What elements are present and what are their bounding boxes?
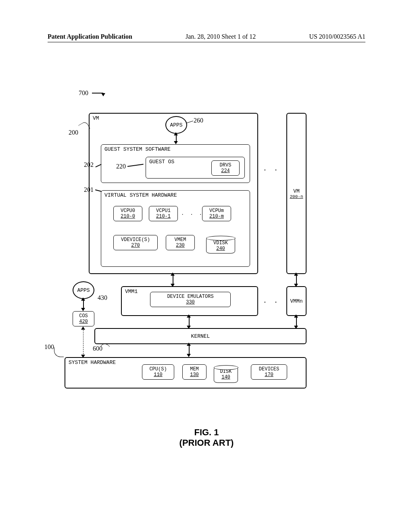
mem-num: 130 [185, 372, 204, 378]
cpus-num: 110 [145, 372, 171, 378]
cos-label: COS [75, 313, 92, 319]
ref-220: 220 [116, 163, 126, 170]
page-header: Patent Application Publication Jan. 28, … [48, 33, 365, 42]
vdevices-box: VDEVICE(S) 270 [113, 235, 158, 250]
arrow-cos-hw-up [81, 326, 85, 330]
vmem-label: VMEM [169, 237, 192, 243]
guest-os-label: GUEST OS [149, 159, 174, 165]
devices-num: 170 [254, 372, 284, 378]
drvs-label: DRVS [214, 162, 237, 168]
arrow-vmm1-kernel-up [187, 314, 191, 318]
mem-box: MEM 130 [182, 364, 206, 380]
diagram: VM 200 APPS 260 GUEST SYSTEM SOFTWARE GU… [73, 113, 331, 403]
cos-box: COS 420 [73, 311, 94, 326]
vdisk-cyl: VDISK 240 [206, 237, 235, 254]
drvs-num: 224 [214, 168, 237, 174]
vmm1-label: VMM1 [125, 289, 138, 295]
virtual-system-hardware-box: VIRTUAL SYSTEM HARDWARE VCPU0 210-0 VCPU… [101, 190, 250, 267]
vmem-num: 230 [169, 243, 192, 248]
apps-label: APPS [170, 122, 182, 128]
disk-num: 140 [214, 374, 238, 380]
vm-n-num: 200-n [290, 194, 303, 199]
vdevices-num: 270 [116, 243, 155, 248]
arrow-cos-hw-dashed [83, 328, 83, 356]
guest-os-box: GUEST OS DRVS 224 [146, 157, 245, 179]
ref-100-leader [54, 347, 64, 357]
mem-label: MEM [185, 366, 204, 372]
ref-201: 201 [84, 186, 94, 193]
ref-700: 700 [79, 89, 88, 97]
kernel-label: KERNEL [191, 333, 210, 339]
sys-hw-label: SYSTEM HARDWARE [69, 360, 116, 366]
arrow-apps-guest-up [174, 132, 178, 135]
page: Patent Application Publication Jan. 28, … [0, 0, 413, 532]
vdisk-label: VDISK [206, 240, 235, 246]
arrow-vmmn-kernel-up [294, 314, 298, 318]
cpus-box: CPU(S) 110 [142, 364, 174, 380]
figure-caption: FIG. 1 (PRIOR ART) [0, 427, 413, 448]
system-hardware-box: SYSTEM HARDWARE CPU(S) 110 MEM 130 DISK … [65, 357, 307, 389]
vcpu0-num: 210-0 [116, 214, 140, 219]
arrow-vmn-vmmn-up [294, 272, 298, 276]
caption-line2: (PRIOR ART) [0, 438, 413, 448]
drvs-box: DRVS 224 [211, 160, 240, 176]
vm-label: VM [93, 115, 99, 121]
ref-202: 202 [84, 161, 94, 168]
vcpu1-box: VCPU1 210-1 [149, 206, 178, 221]
vm-n-label: VM [293, 188, 300, 194]
ref-260: 260 [194, 117, 203, 124]
vcpu-dots: . . . [181, 211, 204, 216]
vmmn-label: VMMn [290, 298, 302, 304]
header-left: Patent Application Publication [48, 33, 132, 40]
vcpum-box: VCPUm 210-m [202, 206, 231, 221]
vdisk-num: 240 [206, 246, 235, 251]
device-emulators-num: 330 [153, 299, 228, 305]
vcpum-label: VCPUm [205, 208, 228, 214]
arrow-vm-vmm1-up [171, 272, 175, 276]
ref-200: 200 [69, 129, 78, 136]
apps-circle: APPS [165, 116, 187, 134]
arrow-apps-cos-down [81, 308, 85, 311]
virt-sys-hw-label: VIRTUAL SYSTEM HARDWARE [104, 192, 177, 198]
disk-cyl: DISK 140 [214, 367, 238, 383]
vmmn-box: VMMn [286, 286, 307, 316]
header-mid: Jan. 28, 2010 Sheet 1 of 12 [186, 33, 256, 40]
caption-line1: FIG. 1 [0, 427, 413, 438]
vcpum-num: 210-m [205, 214, 228, 219]
device-emulators-box: DEVICE EMULATORS 330 [150, 292, 231, 307]
apps-430-label: APPS [77, 287, 90, 293]
ref-430: 430 [98, 294, 107, 301]
vm-n-box: VM 200-n [286, 113, 307, 274]
ref-700-arrowhead [101, 93, 105, 96]
guest-sys-sw-label: GUEST SYSTEM SOFTWARE [104, 146, 171, 152]
disk-label: DISK [214, 369, 238, 374]
devices-label: DEVICES [254, 366, 284, 372]
apps-430-circle: APPS [73, 281, 94, 299]
ref-100: 100 [44, 343, 54, 351]
cpus-label: CPU(S) [145, 366, 171, 372]
cos-num: 420 [75, 319, 92, 324]
vcpu1-num: 210-1 [152, 214, 175, 219]
arrow-kernel-hw-down [187, 354, 191, 357]
devices-box: DEVICES 170 [251, 364, 287, 380]
arrow-apps-guest-down [174, 141, 178, 144]
arrow-kernel-hw-up [187, 343, 191, 346]
header-right: US 2010/0023565 A1 [309, 33, 365, 40]
vdevices-label: VDEVICE(S) [116, 237, 155, 243]
vcpu0-box: VCPU0 210-0 [113, 206, 142, 221]
kernel-box: KERNEL [94, 328, 307, 344]
arrow-apps-cos-up [81, 297, 85, 301]
device-emulators-label: DEVICE EMULATORS [153, 294, 228, 299]
vcpu1-label: VCPU1 [152, 208, 175, 214]
vcpu0-label: VCPU0 [116, 208, 140, 214]
vmm1-box: VMM1 DEVICE EMULATORS 330 [121, 286, 258, 316]
vmem-box: VMEM 230 [166, 235, 195, 250]
